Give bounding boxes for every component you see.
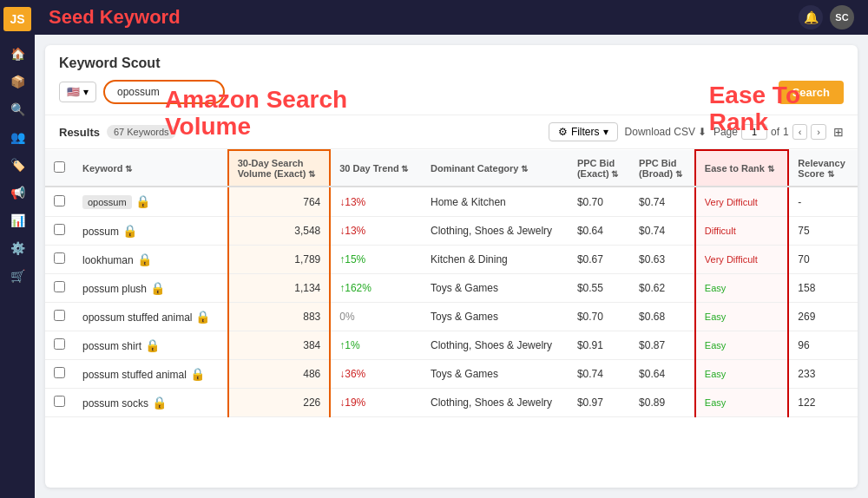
lock-icon[interactable]: 🔒 [119, 224, 137, 238]
page-label: Page [713, 126, 738, 138]
ppc-exact-cell: $0.74 [569, 360, 630, 389]
trend-cell: ↓13% [330, 187, 422, 217]
search-button[interactable]: Search [779, 81, 844, 104]
ease-cell: Easy [695, 274, 788, 303]
col-ease[interactable]: Ease to Rank [695, 150, 788, 187]
row-checkbox[interactable] [54, 338, 65, 350]
row-checkbox[interactable] [54, 396, 65, 407]
col-ppc-exact[interactable]: PPC Bid(Exact) [569, 150, 630, 187]
row-checkbox[interactable] [54, 281, 65, 292]
page-total: 1 [783, 126, 789, 138]
col-category[interactable]: Dominant Category [422, 150, 569, 187]
sidebar-item-home[interactable]: 🏠 [3, 42, 31, 66]
category-cell: Kitchen & Dining [422, 246, 569, 274]
ppc-broad-cell: $0.89 [630, 389, 695, 417]
lock-icon[interactable]: 🔒 [148, 396, 167, 410]
row-checkbox[interactable] [54, 367, 65, 378]
avatar[interactable]: SC [830, 5, 854, 29]
ppc-broad-cell: $0.62 [630, 274, 695, 303]
category-cell: Clothing, Shoes & Jewelry [422, 331, 569, 360]
col-ppc-broad[interactable]: PPC Bid(Broad) [630, 150, 695, 187]
keyword-scout-card: Keyword Scout 🇺🇸 ▾ Search Results 67 K [45, 45, 858, 488]
lock-icon[interactable]: 🔒 [141, 338, 160, 352]
lock-icon[interactable]: 🔒 [147, 281, 165, 295]
search-volume-cell: 384 [228, 331, 331, 360]
chevron-down-icon: ▾ [83, 86, 89, 98]
table-row: possum socks 🔒226↓19%Clothing, Shoes & J… [45, 389, 858, 417]
results-label: Results [59, 126, 100, 139]
filters-button[interactable]: ⚙ Filters ▾ [549, 122, 618, 141]
sidebar-item-settings[interactable]: ⚙️ [3, 236, 31, 260]
sidebar-item-promotions[interactable]: 📢 [3, 180, 31, 205]
col-trend[interactable]: 30 Day Trend [330, 150, 422, 187]
chevron-down-icon: ▾ [603, 126, 608, 138]
lock-icon[interactable]: 🔒 [132, 194, 150, 208]
ease-cell: Easy [695, 360, 788, 389]
ppc-exact-cell: $0.91 [569, 331, 630, 360]
topbar: Seed Keyword 🔔 SC [35, 0, 868, 35]
ppc-exact-cell: $0.64 [569, 217, 630, 246]
search-volume-cell: 486 [228, 360, 331, 389]
card-title: Keyword Scout [59, 56, 844, 71]
search-row: 🇺🇸 ▾ Search [59, 80, 844, 104]
keyword-cell: possum plush 🔒 [74, 274, 228, 303]
main-content: Seed Keyword 🔔 SC Keyword Scout 🇺🇸 ▾ S [35, 0, 868, 498]
table-row: possum shirt 🔒384↑1%Clothing, Shoes & Je… [45, 331, 858, 360]
search-input[interactable] [103, 80, 225, 104]
table-row: possum stuffed animal 🔒486↓36%Toys & Gam… [45, 360, 858, 389]
select-all-header[interactable] [45, 150, 74, 187]
keyword-cell: possum 🔒 [74, 217, 228, 246]
col-search-volume[interactable]: 30-Day SearchVolume (Exact) [228, 150, 331, 187]
table-row: opossum stuffed animal 🔒8830%Toys & Game… [45, 303, 858, 331]
page-of-label: of [771, 126, 779, 138]
trend-cell: ↑15% [330, 246, 422, 274]
row-checkbox[interactable] [54, 195, 65, 206]
row-checkbox[interactable] [54, 310, 65, 321]
relevancy-cell: 269 [788, 303, 858, 331]
select-all-checkbox[interactable] [54, 161, 65, 173]
relevancy-cell: - [788, 187, 858, 217]
category-cell: Toys & Games [422, 274, 569, 303]
page-number-input[interactable] [741, 124, 767, 140]
trend-cell: ↓36% [330, 360, 422, 389]
sidebar-item-analytics[interactable]: 📊 [3, 208, 31, 233]
category-cell: Home & Kitchen [422, 187, 569, 217]
lock-icon[interactable]: 🔒 [193, 310, 211, 324]
pagination: Page of 1 ‹ › [713, 124, 826, 140]
sidebar-item-users[interactable]: 👥 [3, 125, 31, 149]
relevancy-cell: 70 [788, 246, 858, 274]
trend-cell: 0% [330, 303, 422, 331]
content-area: Keyword Scout 🇺🇸 ▾ Search Results 67 K [35, 35, 868, 498]
row-checkbox[interactable] [54, 224, 65, 235]
country-selector[interactable]: 🇺🇸 ▾ [59, 82, 96, 102]
grid-view-icon[interactable]: ⊞ [833, 125, 844, 139]
relevancy-cell: 75 [788, 217, 858, 246]
app-logo: JS [3, 7, 31, 31]
search-volume-cell: 764 [228, 187, 331, 217]
download-icon: ⬇ [698, 126, 707, 138]
trend-cell: ↓13% [330, 217, 422, 246]
download-csv-button[interactable]: Download CSV ⬇ [625, 126, 707, 138]
ppc-broad-cell: $0.74 [630, 217, 695, 246]
next-page-button[interactable]: › [811, 124, 826, 140]
prev-page-button[interactable]: ‹ [792, 124, 808, 140]
ppc-exact-cell: $0.97 [569, 389, 630, 417]
ppc-broad-cell: $0.63 [630, 246, 695, 274]
notifications-icon[interactable]: 🔔 [799, 5, 823, 29]
ppc-exact-cell: $0.67 [569, 246, 630, 274]
ease-cell: Easy [695, 331, 788, 360]
sidebar-item-search[interactable]: 🔍 [3, 97, 31, 121]
card-header: Keyword Scout 🇺🇸 ▾ Search [45, 45, 858, 115]
row-checkbox[interactable] [54, 252, 65, 264]
keyword-cell: possum stuffed animal 🔒 [74, 360, 228, 389]
sidebar-item-products[interactable]: 📦 [3, 69, 31, 94]
category-cell: Clothing, Shoes & Jewelry [422, 217, 569, 246]
ease-cell: Easy [695, 303, 788, 331]
category-cell: Toys & Games [422, 303, 569, 331]
sidebar-item-tags[interactable]: 🏷️ [3, 153, 31, 177]
col-keyword[interactable]: Keyword [74, 150, 228, 187]
col-relevancy[interactable]: RelevancyScore [788, 150, 858, 187]
sidebar-item-orders[interactable]: 🛒 [3, 264, 31, 288]
lock-icon[interactable]: 🔒 [134, 252, 152, 266]
lock-icon[interactable]: 🔒 [187, 367, 205, 381]
